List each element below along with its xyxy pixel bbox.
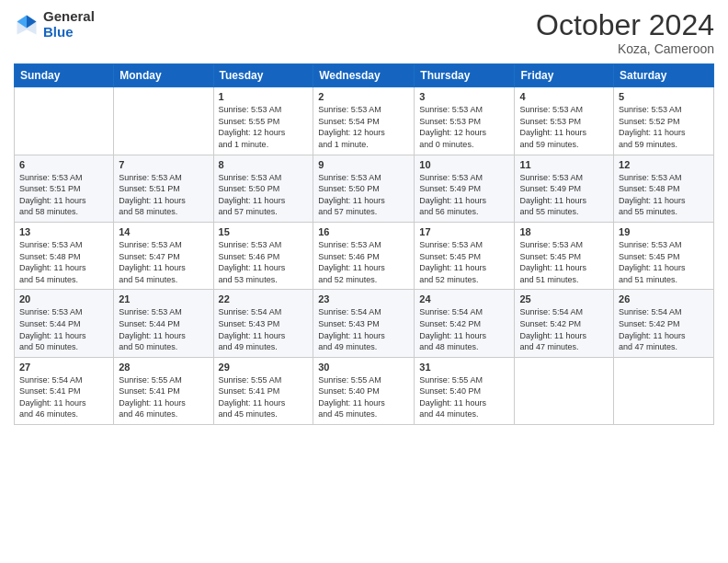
calendar-header-row: SundayMondayTuesdayWednesdayThursdayFrid… bbox=[15, 64, 714, 87]
day-info: Sunrise: 5:55 AM Sunset: 5:40 PM Dayligh… bbox=[318, 374, 409, 420]
day-number: 19 bbox=[619, 226, 709, 237]
calendar-cell: 6Sunrise: 5:53 AM Sunset: 5:51 PM Daylig… bbox=[15, 155, 114, 222]
calendar-cell: 30Sunrise: 5:55 AM Sunset: 5:40 PM Dayli… bbox=[313, 357, 415, 424]
day-info: Sunrise: 5:55 AM Sunset: 5:40 PM Dayligh… bbox=[419, 374, 509, 420]
calendar-cell: 3Sunrise: 5:53 AM Sunset: 5:53 PM Daylig… bbox=[415, 87, 515, 155]
day-number: 23 bbox=[318, 293, 409, 304]
logo-blue: Blue bbox=[43, 25, 95, 40]
day-info: Sunrise: 5:55 AM Sunset: 5:41 PM Dayligh… bbox=[119, 374, 208, 420]
month-title: October 2024 bbox=[536, 9, 714, 41]
day-number: 5 bbox=[619, 91, 709, 102]
day-number: 15 bbox=[219, 226, 309, 237]
calendar-cell: 22Sunrise: 5:54 AM Sunset: 5:43 PM Dayli… bbox=[213, 290, 313, 357]
calendar-cell: 18Sunrise: 5:53 AM Sunset: 5:45 PM Dayli… bbox=[515, 222, 614, 289]
calendar-week-row: 27Sunrise: 5:54 AM Sunset: 5:41 PM Dayli… bbox=[15, 357, 714, 424]
day-number: 3 bbox=[419, 91, 509, 102]
day-info: Sunrise: 5:53 AM Sunset: 5:45 PM Dayligh… bbox=[619, 239, 709, 285]
col-header-thursday: Thursday bbox=[415, 64, 515, 87]
day-info: Sunrise: 5:53 AM Sunset: 5:47 PM Dayligh… bbox=[119, 239, 208, 285]
title-block: October 2024 Koza, Cameroon bbox=[536, 9, 714, 56]
col-header-sunday: Sunday bbox=[15, 64, 114, 87]
day-info: Sunrise: 5:53 AM Sunset: 5:50 PM Dayligh… bbox=[219, 172, 309, 218]
calendar-cell: 19Sunrise: 5:53 AM Sunset: 5:45 PM Dayli… bbox=[614, 222, 714, 289]
day-info: Sunrise: 5:54 AM Sunset: 5:42 PM Dayligh… bbox=[619, 306, 709, 352]
calendar-cell: 15Sunrise: 5:53 AM Sunset: 5:46 PM Dayli… bbox=[213, 222, 313, 289]
day-info: Sunrise: 5:53 AM Sunset: 5:49 PM Dayligh… bbox=[519, 172, 609, 218]
location: Koza, Cameroon bbox=[536, 41, 714, 56]
day-number: 7 bbox=[119, 159, 208, 170]
calendar-cell: 5Sunrise: 5:53 AM Sunset: 5:52 PM Daylig… bbox=[614, 87, 714, 155]
logo: General Blue bbox=[14, 9, 95, 40]
calendar-cell: 13Sunrise: 5:53 AM Sunset: 5:48 PM Dayli… bbox=[15, 222, 114, 289]
calendar-week-row: 6Sunrise: 5:53 AM Sunset: 5:51 PM Daylig… bbox=[15, 155, 714, 222]
col-header-wednesday: Wednesday bbox=[313, 64, 415, 87]
logo-text: General Blue bbox=[43, 9, 95, 40]
calendar-cell bbox=[614, 357, 714, 424]
day-info: Sunrise: 5:53 AM Sunset: 5:52 PM Dayligh… bbox=[619, 104, 709, 150]
calendar-cell: 21Sunrise: 5:53 AM Sunset: 5:44 PM Dayli… bbox=[114, 290, 213, 357]
day-number: 6 bbox=[19, 159, 108, 170]
day-number: 30 bbox=[318, 362, 409, 373]
day-number: 22 bbox=[219, 293, 309, 304]
day-info: Sunrise: 5:54 AM Sunset: 5:43 PM Dayligh… bbox=[219, 306, 309, 352]
day-number: 1 bbox=[219, 91, 309, 102]
day-number: 13 bbox=[19, 226, 108, 237]
col-header-tuesday: Tuesday bbox=[213, 64, 313, 87]
calendar-table: SundayMondayTuesdayWednesdayThursdayFrid… bbox=[14, 63, 714, 425]
day-info: Sunrise: 5:54 AM Sunset: 5:43 PM Dayligh… bbox=[318, 306, 409, 352]
logo-general: General bbox=[43, 9, 95, 25]
day-number: 2 bbox=[318, 91, 409, 102]
day-number: 29 bbox=[219, 362, 309, 373]
day-info: Sunrise: 5:53 AM Sunset: 5:50 PM Dayligh… bbox=[318, 172, 409, 218]
day-info: Sunrise: 5:53 AM Sunset: 5:51 PM Dayligh… bbox=[119, 172, 208, 218]
day-info: Sunrise: 5:53 AM Sunset: 5:48 PM Dayligh… bbox=[19, 239, 108, 285]
day-number: 24 bbox=[419, 293, 509, 304]
calendar-week-row: 20Sunrise: 5:53 AM Sunset: 5:44 PM Dayli… bbox=[15, 290, 714, 357]
calendar-cell: 16Sunrise: 5:53 AM Sunset: 5:46 PM Dayli… bbox=[313, 222, 415, 289]
day-info: Sunrise: 5:54 AM Sunset: 5:42 PM Dayligh… bbox=[519, 306, 609, 352]
day-info: Sunrise: 5:53 AM Sunset: 5:44 PM Dayligh… bbox=[19, 306, 108, 352]
calendar-week-row: 13Sunrise: 5:53 AM Sunset: 5:48 PM Dayli… bbox=[15, 222, 714, 289]
col-header-friday: Friday bbox=[515, 64, 614, 87]
calendar-cell bbox=[15, 87, 114, 155]
day-info: Sunrise: 5:53 AM Sunset: 5:55 PM Dayligh… bbox=[219, 104, 309, 150]
day-info: Sunrise: 5:53 AM Sunset: 5:45 PM Dayligh… bbox=[419, 239, 509, 285]
calendar-cell bbox=[515, 357, 614, 424]
calendar-cell: 28Sunrise: 5:55 AM Sunset: 5:41 PM Dayli… bbox=[114, 357, 213, 424]
day-number: 4 bbox=[519, 91, 609, 102]
calendar-cell: 23Sunrise: 5:54 AM Sunset: 5:43 PM Dayli… bbox=[313, 290, 415, 357]
day-number: 25 bbox=[519, 293, 609, 304]
day-number: 18 bbox=[519, 226, 609, 237]
calendar-cell: 8Sunrise: 5:53 AM Sunset: 5:50 PM Daylig… bbox=[213, 155, 313, 222]
day-number: 28 bbox=[119, 362, 208, 373]
calendar-cell: 7Sunrise: 5:53 AM Sunset: 5:51 PM Daylig… bbox=[114, 155, 213, 222]
day-info: Sunrise: 5:53 AM Sunset: 5:53 PM Dayligh… bbox=[419, 104, 509, 150]
day-number: 11 bbox=[519, 159, 609, 170]
day-number: 12 bbox=[619, 159, 709, 170]
calendar-cell bbox=[114, 87, 213, 155]
day-number: 21 bbox=[119, 293, 208, 304]
calendar-cell: 20Sunrise: 5:53 AM Sunset: 5:44 PM Dayli… bbox=[15, 290, 114, 357]
calendar-cell: 17Sunrise: 5:53 AM Sunset: 5:45 PM Dayli… bbox=[415, 222, 515, 289]
day-number: 16 bbox=[318, 226, 409, 237]
calendar-cell: 12Sunrise: 5:53 AM Sunset: 5:48 PM Dayli… bbox=[614, 155, 714, 222]
calendar-cell: 29Sunrise: 5:55 AM Sunset: 5:41 PM Dayli… bbox=[213, 357, 313, 424]
col-header-saturday: Saturday bbox=[614, 64, 714, 87]
day-number: 27 bbox=[19, 362, 108, 373]
day-info: Sunrise: 5:54 AM Sunset: 5:42 PM Dayligh… bbox=[419, 306, 509, 352]
header: General Blue October 2024 Koza, Cameroon bbox=[14, 9, 714, 56]
day-info: Sunrise: 5:55 AM Sunset: 5:41 PM Dayligh… bbox=[219, 374, 309, 420]
day-info: Sunrise: 5:53 AM Sunset: 5:54 PM Dayligh… bbox=[318, 104, 409, 150]
day-info: Sunrise: 5:54 AM Sunset: 5:41 PM Dayligh… bbox=[19, 374, 108, 420]
calendar-cell: 11Sunrise: 5:53 AM Sunset: 5:49 PM Dayli… bbox=[515, 155, 614, 222]
calendar-cell: 26Sunrise: 5:54 AM Sunset: 5:42 PM Dayli… bbox=[614, 290, 714, 357]
day-number: 9 bbox=[318, 159, 409, 170]
calendar-cell: 10Sunrise: 5:53 AM Sunset: 5:49 PM Dayli… bbox=[415, 155, 515, 222]
calendar-cell: 27Sunrise: 5:54 AM Sunset: 5:41 PM Dayli… bbox=[15, 357, 114, 424]
page: General Blue October 2024 Koza, Cameroon… bbox=[0, 0, 728, 563]
calendar-week-row: 1Sunrise: 5:53 AM Sunset: 5:55 PM Daylig… bbox=[15, 87, 714, 155]
day-number: 26 bbox=[619, 293, 709, 304]
calendar-cell: 4Sunrise: 5:53 AM Sunset: 5:53 PM Daylig… bbox=[515, 87, 614, 155]
calendar-cell: 31Sunrise: 5:55 AM Sunset: 5:40 PM Dayli… bbox=[415, 357, 515, 424]
logo-icon bbox=[14, 12, 40, 38]
